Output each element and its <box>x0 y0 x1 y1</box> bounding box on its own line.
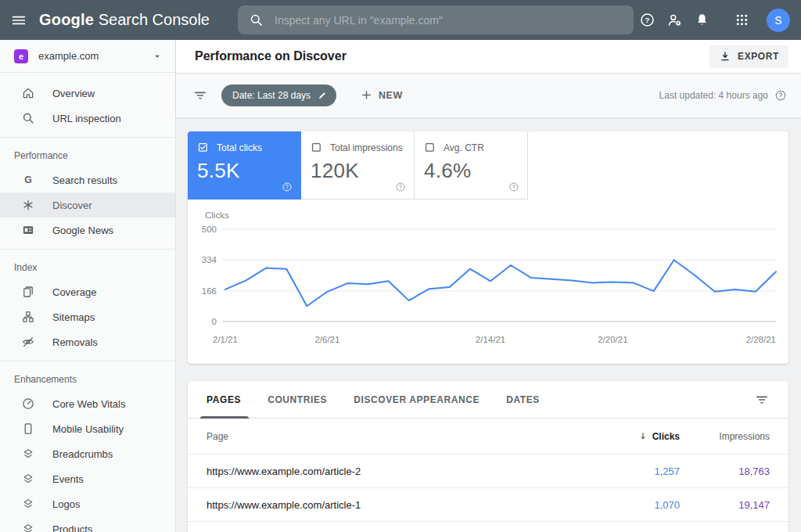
sidebar-item-label: Search results <box>52 174 117 186</box>
sidebar-item-products[interactable]: Products <box>0 516 175 532</box>
table-row[interactable]: https://www.example.com/article-598712,7… <box>188 522 788 532</box>
bell-icon <box>694 12 710 28</box>
user-settings-button[interactable] <box>661 6 688 34</box>
question-circle-icon[interactable] <box>282 182 293 192</box>
y-axis-tick-label: 334 <box>202 255 217 264</box>
page-url-cell[interactable]: https://www.example.com/article-2 <box>207 466 562 477</box>
sidebar-item-mobile-usability[interactable]: Mobile Usability <box>0 416 175 441</box>
property-selector[interactable]: e example.com <box>0 40 175 73</box>
filter-results-button[interactable] <box>189 84 212 107</box>
sidebar-item-sitemaps[interactable]: Sitemaps <box>0 304 175 329</box>
sidebar-item-logos[interactable]: Logos <box>0 491 175 516</box>
metric-card-avg-ctr[interactable]: Avg. CTR4.6% <box>415 131 528 200</box>
chart-area: Clicks 01663345002/1/212/6/212/14/212/20… <box>188 200 788 356</box>
sidebar-item-label: Core Web Vitals <box>52 398 125 410</box>
sort-desc-arrow-icon <box>638 431 648 442</box>
tab-label: PAGES <box>207 394 241 405</box>
tab-pages[interactable]: PAGES <box>207 381 241 418</box>
column-header-page[interactable]: Page <box>207 431 562 442</box>
column-header-impressions[interactable]: Impressions <box>680 431 770 442</box>
help-button[interactable]: ? <box>634 6 661 34</box>
hamburger-menu-button[interactable] <box>6 5 31 36</box>
tab-label: COUNTRIES <box>268 394 327 405</box>
property-name: example.com <box>38 50 99 62</box>
notifications-button[interactable] <box>688 6 716 34</box>
discover-asterisk-icon <box>21 198 35 212</box>
table-body: https://www.example.com/article-21,25718… <box>188 455 788 532</box>
table-tabs: PAGESCOUNTRIESDISCOVER APPEARANCEDATES <box>188 381 788 419</box>
svg-text:?: ? <box>645 16 650 24</box>
hamburger-icon <box>10 12 27 29</box>
sidebar-section-label: Performance <box>0 142 175 167</box>
search-icon <box>21 111 35 125</box>
metric-card-total-impressions[interactable]: Total impressions120K <box>301 131 415 200</box>
question-circle-icon[interactable] <box>508 182 519 192</box>
topbar-actions: ? S <box>634 6 790 34</box>
metrics-row: Total clicks5.5KTotal impressions120KAvg… <box>188 131 788 200</box>
speedometer-icon <box>21 397 35 411</box>
apps-grid-icon <box>734 12 750 28</box>
google-apps-button[interactable] <box>728 6 756 34</box>
x-axis-tick-label: 2/28/21 <box>746 335 776 344</box>
app-logo[interactable]: Google Search Console <box>39 11 210 29</box>
sidebar-item-label: Sitemaps <box>52 311 95 323</box>
sidebar-item-removals[interactable]: Removals <box>0 329 175 354</box>
question-circle-icon[interactable] <box>395 182 406 192</box>
sidebar-item-overview[interactable]: Overview <box>0 81 175 106</box>
tab-label: DATES <box>506 394 540 405</box>
date-filter-label: Date: Last 28 days <box>232 90 311 101</box>
search-input[interactable] <box>273 13 623 27</box>
main-content: Performance on Discover EXPORT Date: Las… <box>176 40 801 532</box>
sidebar-item-breadcrumbs[interactable]: Breadcrumbs <box>0 441 175 466</box>
metric-header: Total impressions <box>311 142 404 153</box>
date-range-filter-chip[interactable]: Date: Last 28 days <box>221 84 336 106</box>
checkbox-checked-icon <box>197 142 209 153</box>
account-avatar[interactable]: S <box>767 9 790 32</box>
impressions-cell: 19,147 <box>680 499 770 511</box>
metric-card-total-clicks[interactable]: Total clicks5.5K <box>188 131 301 200</box>
tab-dates[interactable]: DATES <box>506 381 540 418</box>
smartphone-icon <box>21 422 35 436</box>
url-inspection-searchbox[interactable] <box>238 5 634 34</box>
tab-countries[interactable]: COUNTRIES <box>268 381 327 418</box>
clicks-header-label: Clicks <box>652 431 680 442</box>
metric-value: 4.6% <box>424 159 518 183</box>
sidebar-group: IndexCoverageSitemapsRemovals <box>0 250 175 361</box>
export-button[interactable]: EXPORT <box>709 45 788 68</box>
page-title: Performance on Discover <box>195 49 347 63</box>
layers-icon <box>21 472 35 486</box>
sidebar-item-label: Breadcrumbs <box>52 448 113 460</box>
layers-icon <box>21 497 35 511</box>
top-app-bar: Google Search Console ? S <box>0 0 801 40</box>
table-row[interactable]: https://www.example.com/article-21,25718… <box>188 455 788 488</box>
y-axis-tick-label: 0 <box>212 317 217 326</box>
tab-discover-appearance[interactable]: DISCOVER APPEARANCE <box>354 381 480 418</box>
sidebar-item-url-inspection[interactable]: URL inspection <box>0 106 175 131</box>
news-icon <box>21 223 35 237</box>
home-icon <box>21 86 35 100</box>
y-axis-tick-label: 166 <box>202 286 217 296</box>
table-row[interactable]: https://www.example.com/article-11,07019… <box>188 488 788 522</box>
x-axis-tick-label: 2/14/21 <box>476 335 505 344</box>
sidebar-item-core-web-vitals[interactable]: Core Web Vitals <box>0 391 175 416</box>
column-header-clicks[interactable]: Clicks <box>562 431 680 442</box>
sidebar-item-discover[interactable]: Discover <box>0 192 175 217</box>
sidebar-item-label: URL inspection <box>52 113 121 124</box>
help-icon: ? <box>639 12 656 28</box>
chart-y-axis-title: Clicks <box>205 210 788 220</box>
metric-label: Avg. CTR <box>444 142 484 153</box>
sidebar-group: EnhancementsCore Web VitalsMobile Usabil… <box>0 361 175 532</box>
sidebar-item-google-news[interactable]: Google News <box>0 217 175 243</box>
question-circle-icon[interactable] <box>774 89 787 102</box>
page-url-cell[interactable]: https://www.example.com/article-1 <box>207 499 562 511</box>
checkbox-unchecked-icon <box>311 142 322 153</box>
sidebar-item-search-results[interactable]: GSearch results <box>0 167 175 192</box>
sidebar-item-events[interactable]: Events <box>0 466 175 491</box>
sidebar-item-coverage[interactable]: Coverage <box>0 279 175 304</box>
content-area: Total clicks5.5KTotal impressions120KAvg… <box>176 117 801 532</box>
table-filter-button[interactable] <box>754 392 770 408</box>
new-filter-button[interactable]: NEW <box>355 88 408 102</box>
sidebar-group: OverviewURL inspection <box>0 76 175 138</box>
layers-icon <box>21 522 35 532</box>
last-updated: Last updated: 4 hours ago <box>659 89 787 102</box>
